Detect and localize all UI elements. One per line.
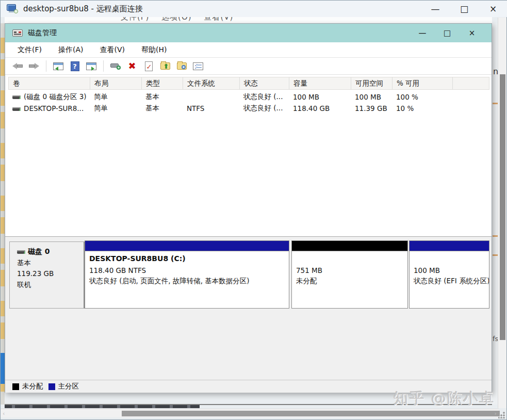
explore-folder-icon[interactable] xyxy=(174,59,189,73)
dm-maximize-button[interactable]: □ xyxy=(435,24,460,42)
desktop-background-sliver xyxy=(1,23,5,405)
horizontal-scrollbar[interactable]: ‹ › xyxy=(1,409,499,417)
disk0-panel[interactable]: 磁盘 0 基本 119.23 GB 联机 xyxy=(9,241,85,309)
menu-bar: 文件(F) 操作(A) 查看(V) 帮助(H) xyxy=(5,42,492,58)
column-header-status[interactable]: 状态 xyxy=(240,77,289,89)
legend-primary: 主分区 xyxy=(48,382,79,391)
scroll-left-icon[interactable]: ‹ xyxy=(3,410,5,417)
minimize-button[interactable]: — xyxy=(421,1,450,17)
column-header-volume[interactable]: 卷 xyxy=(9,77,90,89)
resize-grip[interactable] xyxy=(498,411,505,418)
partition-c-size: 118.40 GB NTFS xyxy=(89,265,289,276)
forward-icon[interactable] xyxy=(27,59,41,73)
watermark: 知乎 @陈小卓 xyxy=(394,389,495,409)
menu-file[interactable]: 文件(F) xyxy=(11,43,48,57)
partition-c-label: DESKTOP-SUR8BU8 (C:) xyxy=(89,254,289,265)
volume-icon xyxy=(12,107,21,111)
disk0-size: 119.23 GB xyxy=(17,269,84,278)
partition-efi-colorbar xyxy=(410,241,489,251)
disk0-type: 基本 xyxy=(17,259,84,267)
console-tree-icon[interactable] xyxy=(51,59,66,73)
remote-desktop-window: desktop-sur8bu8 - 远程桌面连接 — □ × 文件(F) 选项(… xyxy=(0,0,507,420)
disk0-status: 联机 xyxy=(17,280,84,289)
legend-primary-swatch xyxy=(48,383,55,390)
properties-list-icon[interactable]: ✓✓ xyxy=(191,59,205,73)
column-header-filesystem[interactable]: 文件系统 xyxy=(183,77,240,89)
column-header-layout[interactable]: 布局 xyxy=(90,77,142,89)
dm-minimize-button[interactable]: — xyxy=(410,24,435,42)
maximize-button[interactable]: □ xyxy=(450,1,479,17)
menu-help[interactable]: 帮助(H) xyxy=(135,43,173,57)
folder-up-icon[interactable]: ⬆ xyxy=(158,59,172,73)
volume-list-header: 卷 布局 类型 文件系统 状态 容量 可用空间 % 可用 xyxy=(8,77,489,90)
remote-desktop-icon xyxy=(7,4,18,13)
volume-row[interactable]: (磁盘 0 磁盘分区 3) 简单 基本 状态良好 (... 100 MB 100… xyxy=(8,91,489,103)
partition-unallocated-colorbar xyxy=(292,241,407,251)
rescan-disks-icon[interactable] xyxy=(108,59,123,73)
background-artifact xyxy=(493,103,498,104)
vertical-scrollbar[interactable] xyxy=(498,18,506,408)
menu-view[interactable]: 查看(V) xyxy=(94,43,132,57)
help-icon[interactable]: ? xyxy=(68,59,82,73)
delete-volume-icon[interactable]: ✖ xyxy=(125,59,139,73)
taskbar-sliver xyxy=(5,405,200,408)
partition-c-colorbar xyxy=(85,241,289,251)
mark-partition-icon[interactable]: ✓ xyxy=(141,59,156,73)
column-header-blank xyxy=(453,77,489,89)
close-button[interactable]: × xyxy=(479,1,507,17)
dm-close-button[interactable]: × xyxy=(460,24,484,42)
partition-unallocated-status: 未分配 xyxy=(296,276,407,286)
partition-efi-status: 状态良好 (EFI 系统分区) xyxy=(414,276,489,286)
volume-icon xyxy=(12,95,21,99)
background-artifact xyxy=(493,235,498,237)
column-header-type[interactable]: 类型 xyxy=(142,77,183,89)
menu-action[interactable]: 操作(A) xyxy=(52,43,90,57)
disk-management-title: 磁盘管理 xyxy=(28,28,57,38)
occluded-window-strip: 文件(F) 选项(O) 查看(V) xyxy=(5,17,492,23)
occluded-menu-text: 文件(F) 选项(O) 查看(V) xyxy=(121,17,233,22)
outer-window-controls: — □ × xyxy=(421,1,507,17)
toolbar-separator xyxy=(46,60,46,72)
outer-titlebar: desktop-sur8bu8 - 远程桌面连接 — □ × xyxy=(1,1,507,17)
volume-row[interactable]: DESKTOP-SUR8... 简单 基本 NTFS 状态良好 (... 118… xyxy=(8,103,489,114)
partition-efi-size: 100 MB xyxy=(414,265,489,276)
back-icon[interactable] xyxy=(10,59,25,73)
disk-management-window: 磁盘管理 — □ × 文件(F) 操作(A) 查看(V) 帮助(H) ? xyxy=(5,23,492,393)
legend-unallocated: 未分配 xyxy=(12,382,43,391)
partition-c[interactable]: DESKTOP-SUR8BU8 (C:) 118.40 GB NTFS 状态良好… xyxy=(85,240,289,309)
disk-icon xyxy=(17,250,25,254)
disk-management-icon xyxy=(12,29,23,37)
partition-unallocated[interactable]: 751 MB 未分配 xyxy=(291,240,408,309)
partition-efi[interactable]: 100 MB 状态良好 (EFI 系统分区) xyxy=(409,240,489,309)
column-header-free[interactable]: 可用空间 xyxy=(351,77,392,89)
horizontal-scrollbar-thumb[interactable] xyxy=(122,411,500,416)
background-artifact xyxy=(493,254,498,256)
column-header-capacity[interactable]: 容量 xyxy=(289,77,351,89)
legend-unallocated-swatch xyxy=(12,383,19,390)
partition-c-status: 状态良好 (启动, 页面文件, 故障转储, 基本数据分区) xyxy=(89,276,289,286)
graphical-view-pane: 磁盘 0 基本 119.23 GB 联机 DESKTOP-SUR8BU8 (C:… xyxy=(5,236,492,380)
volume-list: 卷 布局 类型 文件系统 状态 容量 可用空间 % 可用 (磁盘 0 磁盘分区 … xyxy=(5,75,492,259)
partition-unallocated-size: 751 MB xyxy=(296,265,407,276)
column-header-pct[interactable]: % 可用 xyxy=(392,77,453,89)
toolbar: ? ✖ ✓ ⬆ ✓✓ xyxy=(5,58,492,75)
toolbar-separator xyxy=(103,60,104,72)
action-pane-icon[interactable] xyxy=(84,59,99,73)
disk0-name: 磁盘 0 xyxy=(28,247,50,256)
scroll-right-icon[interactable]: › xyxy=(495,410,497,417)
vertical-scrollbar-thumb[interactable] xyxy=(500,74,505,340)
window-title: desktop-sur8bu8 - 远程桌面连接 xyxy=(23,4,143,14)
disk-management-titlebar[interactable]: 磁盘管理 — □ × xyxy=(5,24,492,42)
